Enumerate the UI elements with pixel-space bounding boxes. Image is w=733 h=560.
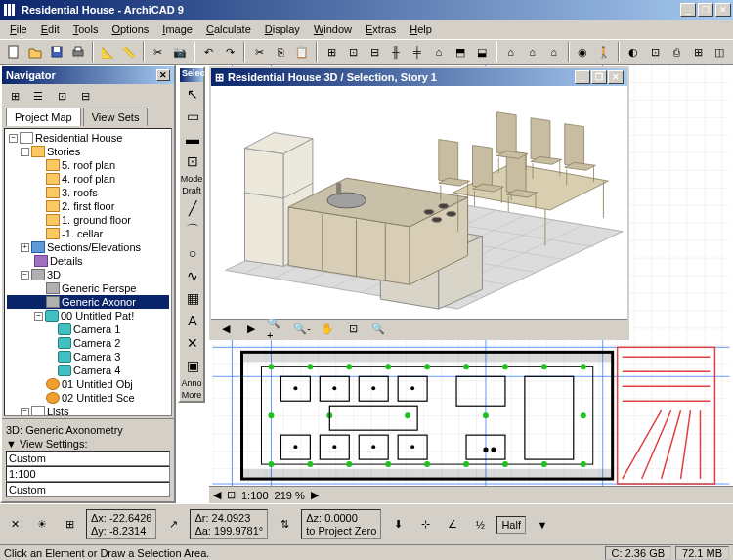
circle-tool-icon[interactable]: ○ (181, 242, 204, 264)
tool-icon[interactable]: ⊡ (343, 41, 363, 63)
tool-icon[interactable]: ⌂ (523, 41, 542, 63)
line-tool-icon[interactable]: ╱ (181, 197, 204, 219)
nav-tool-icon[interactable]: ⊡ (51, 85, 72, 107)
half-icon[interactable]: ½ (469, 514, 491, 536)
redo-icon[interactable]: ↷ (220, 41, 239, 63)
project-tree[interactable]: −Residential House −Stories 5. roof plan… (4, 128, 172, 416)
tree-story[interactable]: 3. roofs (7, 186, 169, 199)
tree-details[interactable]: Details (7, 254, 169, 268)
zoom-in-icon[interactable]: 🔍+ (266, 319, 287, 340)
copy-icon[interactable]: ⎘ (271, 41, 290, 63)
3d-canvas[interactable] (211, 86, 627, 319)
fill-tool-icon[interactable]: ▦ (181, 287, 204, 309)
tool-icon[interactable]: ⊡ (645, 41, 665, 63)
menu-window[interactable]: Window (308, 22, 358, 37)
3d-view-title-bar[interactable]: ⊞ Residential House 3D / Selection, Stor… (211, 68, 627, 86)
menu-display[interactable]: Display (259, 22, 306, 37)
tree-lists[interactable]: −Lists (7, 405, 169, 416)
plan-zoom[interactable]: 219 % (275, 490, 305, 501)
tree-object[interactable]: 01 Untitled Obj (7, 377, 169, 391)
tree-path[interactable]: −00 Untitled Pat! (7, 309, 169, 323)
nav-tool-icon[interactable]: ☰ (27, 85, 49, 107)
tool-icon[interactable]: ⌂ (429, 41, 449, 63)
tree-scene[interactable]: 02 Untitled Sce (7, 391, 169, 405)
nav-back-icon[interactable]: ◀ (215, 319, 237, 340)
tool-icon[interactable]: ⌂ (501, 41, 521, 63)
tool-icon[interactable]: ◫ (710, 41, 729, 63)
coord-grid-icon[interactable]: ⊞ (59, 514, 80, 536)
pan-icon[interactable]: ✋ (317, 319, 338, 340)
tool-icon[interactable]: ⎙ (667, 41, 686, 63)
gravity-icon[interactable]: ⬇ (387, 514, 409, 536)
tool-icon[interactable]: ⊞ (688, 41, 708, 63)
3d-view-window[interactable]: ⊞ Residential House 3D / Selection, Stor… (209, 66, 629, 340)
close-button[interactable]: ✕ (715, 3, 731, 17)
tree-3d-item[interactable]: Generic Perspe (7, 281, 169, 295)
menu-extras[interactable]: Extras (360, 22, 402, 37)
plot-icon[interactable]: 📐 (98, 41, 117, 63)
3d-maximize-button[interactable]: ❐ (591, 70, 607, 84)
tree-camera[interactable]: Camera 2 (7, 336, 169, 350)
zoom-out-icon[interactable]: 🔍- (291, 319, 313, 340)
tool-icon[interactable]: ◐ (624, 41, 643, 63)
navigator-title-bar[interactable]: Navigator ✕ (2, 66, 174, 84)
nav-tool-icon[interactable]: ⊟ (74, 85, 96, 107)
menu-options[interactable]: Options (106, 22, 154, 37)
dimension-icon[interactable]: 📏 (119, 41, 139, 63)
image-tool-icon[interactable]: ▣ (181, 355, 204, 376)
nav-custom-input[interactable] (6, 451, 170, 466)
text-tool-icon[interactable]: A (181, 310, 204, 331)
3d-close-button[interactable]: ✕ (608, 70, 624, 84)
tree-story[interactable]: 2. first floor (7, 199, 169, 213)
menu-help[interactable]: Help (404, 22, 438, 37)
polar-icon[interactable]: ↗ (162, 514, 184, 536)
nav-custom-input-2[interactable] (6, 482, 170, 497)
tree-3d[interactable]: −3D (7, 268, 169, 281)
tool-icon[interactable]: ⌂ (544, 41, 564, 63)
fit-icon[interactable]: ⊡ (342, 319, 364, 340)
open-icon[interactable] (25, 41, 45, 63)
spline-tool-icon[interactable]: ∿ (181, 265, 204, 286)
3d-minimize-button[interactable]: _ (575, 70, 590, 84)
plan-scale[interactable]: 1:100 (241, 490, 269, 501)
coord-mode-icon[interactable]: ✕ (4, 514, 25, 536)
nav-tool-icon[interactable]: ⊞ (4, 85, 25, 107)
undo-icon[interactable]: ↶ (199, 41, 219, 63)
maximize-button[interactable]: ❐ (698, 3, 713, 17)
tab-project-map[interactable]: Project Map (6, 108, 81, 126)
menu-calculate[interactable]: Calculate (200, 22, 257, 37)
tree-story[interactable]: 1. ground floor (7, 213, 169, 227)
new-icon[interactable] (4, 41, 23, 63)
tree-3d-item-selected[interactable]: Generic Axonor (7, 295, 169, 309)
tree-stories[interactable]: −Stories (7, 145, 169, 158)
nav-fwd-icon[interactable]: ▶ (240, 319, 262, 340)
save-icon[interactable] (47, 41, 66, 63)
tree-camera[interactable]: Camera 3 (7, 350, 169, 364)
tool-icon[interactable]: ⬒ (451, 41, 470, 63)
column-tool-icon[interactable]: ⊡ (181, 151, 204, 172)
tree-camera[interactable]: Camera 1 (7, 323, 169, 336)
tree-story[interactable]: 5. roof plan (7, 158, 169, 172)
zoom-icon[interactable]: 🔍 (367, 319, 389, 340)
snap-icon[interactable]: ⊹ (414, 514, 436, 536)
cut-icon[interactable]: ✂ (249, 41, 269, 63)
tree-story[interactable]: 4. roof plan (7, 172, 169, 186)
point-tool-icon[interactable]: ✕ (181, 332, 204, 354)
menu-file[interactable]: File (4, 22, 33, 37)
tree-root[interactable]: −Residential House (7, 131, 169, 145)
tool-icon[interactable]: ⊞ (322, 41, 341, 63)
tool-icon[interactable]: ⊟ (365, 41, 384, 63)
tree-camera[interactable]: Camera 4 (7, 364, 169, 377)
nav-scale-input[interactable] (6, 466, 170, 482)
settings-icon[interactable]: ▼ (532, 514, 553, 536)
print-icon[interactable] (68, 41, 88, 63)
tab-view-sets[interactable]: View Sets (83, 108, 149, 126)
menu-edit[interactable]: Edit (35, 22, 65, 37)
angle-icon[interactable]: ∠ (442, 514, 463, 536)
zoom-fit-icon[interactable]: ⊡ (227, 489, 236, 501)
camera-icon[interactable]: 📷 (170, 41, 190, 63)
z-icon[interactable]: ⇅ (274, 514, 295, 536)
person-icon[interactable]: 🚶 (594, 41, 614, 63)
zoom-in-icon[interactable]: ▶ (311, 489, 319, 501)
tool-icon[interactable]: ⬓ (472, 41, 492, 63)
